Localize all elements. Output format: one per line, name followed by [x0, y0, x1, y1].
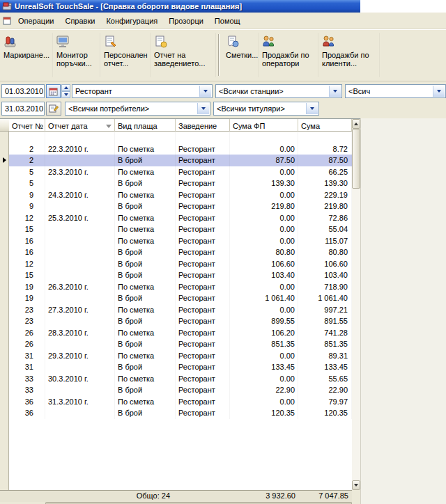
cell[interactable]: По сметка: [115, 327, 176, 339]
cell[interactable]: 15: [9, 223, 45, 235]
cell[interactable]: По сметка: [115, 396, 176, 408]
cell[interactable]: По сметка: [115, 223, 176, 235]
table-row[interactable]: 16По сметкаРесторант0.00115.07: [0, 235, 352, 247]
cell[interactable]: По сметка: [115, 304, 176, 316]
cell[interactable]: Ресторант: [176, 361, 230, 373]
cell[interactable]: По сметка: [115, 350, 176, 362]
column-header-venue[interactable]: Заведение: [176, 119, 230, 132]
table-row[interactable]: 33В бройРесторант22.9022.90: [0, 384, 352, 396]
cell[interactable]: По сметка: [115, 143, 176, 155]
cell[interactable]: 31: [9, 350, 45, 362]
cell[interactable]: 22.90: [298, 384, 352, 396]
cell[interactable]: 133.45: [298, 361, 352, 373]
table-row[interactable]: 23В бройРесторант899.55891.55: [0, 315, 352, 327]
cell[interactable]: Ресторант: [176, 373, 230, 385]
cell[interactable]: По сметка: [115, 189, 176, 201]
cell[interactable]: Ресторант: [176, 143, 230, 155]
cell[interactable]: [45, 315, 115, 327]
table-row[interactable]: 2327.3.2010 г.По сметкаРесторант0.00997.…: [0, 304, 352, 316]
cell[interactable]: 79.97: [298, 396, 352, 408]
cell[interactable]: Ресторант: [176, 223, 230, 235]
cell[interactable]: Ресторант: [176, 200, 230, 212]
cell[interactable]: 2: [9, 143, 45, 155]
cell[interactable]: 12: [9, 212, 45, 224]
cell[interactable]: 9: [9, 200, 45, 212]
cell[interactable]: 1 061.40: [298, 292, 352, 304]
personal-report-button[interactable]: Персонален отчет...: [100, 33, 151, 77]
orders-monitor-button[interactable]: Монитор поръчки...: [53, 33, 100, 77]
cell[interactable]: 115.07: [298, 235, 352, 247]
cell[interactable]: 0.00: [230, 281, 298, 293]
cell[interactable]: В брой: [115, 178, 176, 189]
cell[interactable]: [9, 132, 45, 143]
cell[interactable]: 229.19: [298, 189, 352, 201]
cell[interactable]: 5: [9, 178, 45, 189]
table-row[interactable]: 36В бройРесторант120.35120.35: [0, 407, 352, 419]
menu-configuration[interactable]: Конфигурация: [100, 14, 163, 28]
cell[interactable]: Ресторант: [176, 338, 230, 350]
cell[interactable]: В брой: [115, 315, 176, 327]
cell[interactable]: Ресторант: [176, 166, 230, 178]
cell[interactable]: Ресторант: [176, 315, 230, 327]
cell[interactable]: Ресторант: [176, 235, 230, 247]
table-row[interactable]: 26В бройРесторант851.35851.35: [0, 338, 352, 350]
cell[interactable]: 66.25: [298, 166, 352, 178]
table-row[interactable]: 3330.3.2010 г.По сметкаРесторант0.0055.6…: [0, 373, 352, 385]
cell[interactable]: [115, 132, 176, 143]
sales-by-operators-button[interactable]: Продажби по оператори: [259, 33, 318, 77]
cell[interactable]: 0.00: [230, 396, 298, 408]
stations-combobox[interactable]: <Всички станции>: [215, 84, 342, 98]
table-row[interactable]: 19В бройРесторант1 061.401 061.40: [0, 292, 352, 304]
cell[interactable]: Ресторант: [176, 269, 230, 281]
cell[interactable]: По сметка: [115, 281, 176, 293]
column-header-sum[interactable]: Сума: [298, 119, 352, 132]
table-row[interactable]: 924.3.2010 г.По сметкаРесторант0.00229.1…: [0, 189, 352, 201]
column-header-report-date[interactable]: Отчет дата: [45, 119, 115, 132]
cell[interactable]: В брой: [115, 155, 176, 166]
table-row[interactable]: [0, 132, 352, 143]
table-row[interactable]: 523.3.2010 г.По сметкаРесторант0.0066.25: [0, 166, 352, 178]
cell[interactable]: 25.3.2010 г.: [45, 212, 115, 224]
cell[interactable]: 29.3.2010 г.: [45, 350, 115, 362]
cell[interactable]: 103.40: [230, 269, 298, 281]
cell[interactable]: 120.35: [298, 407, 352, 419]
cell[interactable]: 1 061.40: [230, 292, 298, 304]
cell[interactable]: 33: [9, 384, 45, 396]
cell[interactable]: 33: [9, 373, 45, 385]
cell[interactable]: [45, 384, 115, 396]
cell[interactable]: 891.55: [298, 315, 352, 327]
cell[interactable]: 0.00: [230, 143, 298, 155]
cell[interactable]: Ресторант: [176, 350, 230, 362]
cell[interactable]: 8.72: [298, 143, 352, 155]
combo-dropdown-button[interactable]: [306, 103, 318, 114]
table-row[interactable]: 3631.3.2010 г.По сметкаРесторант0.0079.9…: [0, 396, 352, 408]
combo-dropdown-button[interactable]: [433, 86, 445, 97]
cell[interactable]: 718.90: [298, 281, 352, 293]
cell[interactable]: Ресторант: [176, 155, 230, 166]
cell[interactable]: 2: [9, 155, 45, 166]
cell[interactable]: [45, 361, 115, 373]
cell[interactable]: [230, 132, 298, 143]
cell[interactable]: [45, 235, 115, 247]
cell[interactable]: 106.60: [298, 258, 352, 270]
cell[interactable]: 30.3.2010 г.: [45, 373, 115, 385]
cell[interactable]: По сметка: [115, 166, 176, 178]
cell[interactable]: 89.31: [298, 350, 352, 362]
cell[interactable]: В брой: [115, 258, 176, 270]
cell[interactable]: 16: [9, 235, 45, 247]
cell[interactable]: Ресторант: [176, 212, 230, 224]
cell[interactable]: В брой: [115, 200, 176, 212]
cell[interactable]: Ресторант: [176, 304, 230, 316]
cell[interactable]: 997.21: [298, 304, 352, 316]
cell[interactable]: 36: [9, 396, 45, 408]
cell[interactable]: В брой: [115, 269, 176, 281]
cell[interactable]: 120.35: [230, 407, 298, 419]
cell[interactable]: 87.50: [230, 155, 298, 166]
column-header-report-no[interactable]: Отчет №: [9, 119, 45, 132]
cell[interactable]: 0.00: [230, 212, 298, 224]
cell[interactable]: В брой: [115, 407, 176, 419]
cell[interactable]: Ресторант: [176, 246, 230, 258]
sales-by-clients-button[interactable]: Продажби по клиенти...: [318, 33, 380, 77]
cell[interactable]: 0.00: [230, 223, 298, 235]
cell[interactable]: 9: [9, 189, 45, 201]
